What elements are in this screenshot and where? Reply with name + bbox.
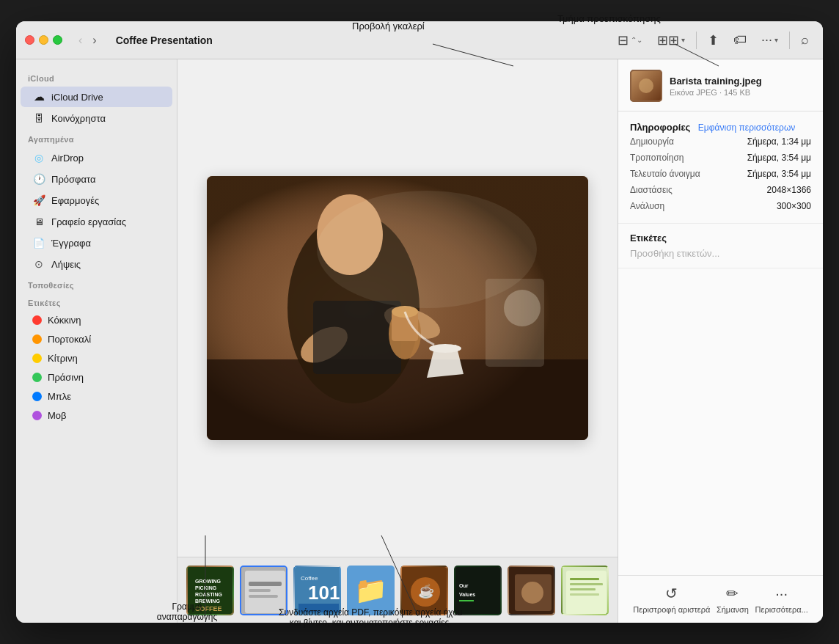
svg-rect-33 [455, 567, 502, 615]
airdrop-icon: ◎ [32, 151, 45, 164]
sidebar-item-recent[interactable]: 🕐 Πρόσφατα [21, 169, 172, 189]
svg-rect-44 [570, 588, 596, 590]
preview-panel-header: Barista training.jpeg Εικόνα JPEG · 145 … [618, 59, 823, 111]
tags-label: Ετικέτες [630, 233, 811, 244]
thumbnail-1[interactable]: GROWING PICKING ROASTING BREWING COFFEE [186, 566, 234, 615]
view-options-icon: ⊟ [618, 32, 629, 48]
preview-panel: Barista training.jpeg Εικόνα JPEG · 145 … [618, 59, 823, 623]
markup-button[interactable]: ✏ Σήμανση [717, 585, 749, 614]
sidebar-tags-header: Ετικέτες [16, 293, 177, 310]
tag-button[interactable]: 🏷 [728, 29, 752, 51]
forward-button[interactable]: › [88, 31, 100, 50]
thumbnail-3[interactable]: 101 Coffee [293, 566, 341, 615]
content-area: GROWING PICKING ROASTING BREWING COFFEE [177, 59, 618, 623]
info-row-opened: Τελευταίο άνοιγμα Σήμερα, 3:54 μμ [630, 166, 811, 182]
finder-window: ‹ › Coffee Presentation ⊟ ⌃⌄ ⊞⊞ ▾ ⬆ [16, 21, 823, 623]
sidebar-item-desktop[interactable]: 🖥 Γραφείο εργασίας [21, 211, 172, 232]
main-area: iCloud ☁ iCloud Drive 🗄 Κοινόχρηστα Αγαπ… [16, 59, 823, 623]
thumbnail-7[interactable] [508, 566, 555, 615]
toolbar-icons: ⊟ ⌃⌄ ⊞⊞ ▾ ⬆ 🏷 ··· ▾ [612, 29, 814, 52]
search-button[interactable]: ⌕ [796, 29, 814, 51]
back-button[interactable]: ‹ [74, 31, 87, 50]
close-button[interactable] [25, 35, 34, 45]
info-row-resolution: Ανάλυση 300×300 [630, 198, 811, 214]
svg-text:ROASTING: ROASTING [195, 592, 223, 597]
sidebar-tag-yellow[interactable]: Κίτρινη [21, 349, 172, 367]
thumbnail-2[interactable] [240, 566, 287, 615]
rotate-icon: ↺ [665, 585, 678, 602]
tag-dot-yellow [32, 354, 42, 363]
downloads-icon: ⊙ [32, 257, 45, 271]
rotate-button[interactable]: ↺ Περιστροφή αριστερά [633, 585, 710, 614]
search-icon: ⌕ [801, 32, 809, 48]
sidebar-favorites-header: Αγαπημένα [16, 129, 177, 147]
markup-icon: ✏ [726, 585, 739, 602]
preview-image[interactable] [207, 176, 588, 440]
svg-point-39 [521, 582, 543, 604]
sidebar-item-shared[interactable]: 🗄 Κοινόχρηστα [21, 108, 172, 128]
svg-text:Coffee: Coffee [301, 575, 318, 582]
thumbnail-6[interactable]: Our Values [454, 566, 502, 615]
thumbnail-8[interactable] [561, 566, 609, 615]
sidebar-label-recent: Πρόσφατα [51, 174, 95, 185]
svg-text:101: 101 [308, 582, 340, 604]
documents-icon: 📄 [32, 236, 45, 249]
view-options-button[interactable]: ⊟ ⌃⌄ [612, 29, 648, 52]
info-section: Πληροφορίες Εμφάνιση περισσότερων Δημιου… [618, 111, 823, 224]
sidebar-label-purple: Μοβ [48, 410, 67, 421]
sidebar-label-orange: Πορτοκαλί [48, 334, 91, 345]
tags-placeholder[interactable]: Προσθήκη ετικετών... [630, 248, 811, 259]
svg-rect-36 [459, 600, 474, 601]
fullscreen-button[interactable] [53, 35, 62, 45]
more-actions-label: Περισσότερα... [755, 605, 808, 614]
barista-svg [207, 176, 588, 440]
sidebar-tag-blue[interactable]: Μπλε [21, 387, 172, 406]
info-key-opened: Τελευταίο άνοιγμα [630, 169, 700, 179]
file-thumbnail [630, 70, 662, 102]
minimize-button[interactable] [39, 35, 48, 45]
more-actions-icon: ··· [775, 585, 788, 602]
barista-photo [207, 176, 588, 440]
sidebar-tag-red[interactable]: Κόκκινη [21, 311, 172, 329]
recent-icon: 🕐 [32, 172, 45, 186]
sidebar-label-blue: Μπλε [48, 391, 71, 402]
tag-dot-purple [32, 411, 42, 420]
sidebar-tag-green[interactable]: Πράσινη [21, 368, 172, 387]
info-key-resolution: Ανάλυση [630, 201, 664, 211]
thumbnail-4[interactable]: 📁 [347, 566, 395, 615]
svg-text:GROWING: GROWING [195, 579, 221, 584]
info-key-dimensions: Διαστάσεις [630, 185, 673, 195]
panel-actions: ↺ Περιστροφή αριστερά ✏ Σήμανση ··· Περι… [618, 575, 823, 623]
sidebar-item-airdrop[interactable]: ◎ AirDrop [21, 147, 172, 168]
tag-dot-orange [32, 334, 42, 344]
sidebar-tag-purple[interactable]: Μοβ [21, 406, 172, 425]
sidebar-item-apps[interactable]: 🚀 Εφαρμογές [21, 190, 172, 211]
tag-dot-red [32, 315, 42, 325]
sidebar-item-icloud-drive[interactable]: ☁ iCloud Drive [21, 87, 172, 107]
sidebar-tag-orange[interactable]: Πορτοκαλί [21, 330, 172, 348]
info-key-modified: Τροποποίηση [630, 153, 684, 163]
svg-rect-45 [570, 593, 599, 596]
tag-dot-green [32, 373, 42, 382]
file-info: Barista training.jpeg Εικόνα JPEG · 145 … [670, 76, 811, 97]
sidebar-label-airdrop: AirDrop [51, 153, 84, 164]
sidebar-label-desktop: Γραφείο εργασίας [51, 216, 126, 227]
sidebar-item-documents[interactable]: 📄 Έγγραφα [21, 233, 172, 253]
tag-dot-blue [32, 392, 42, 401]
share-button[interactable]: ⬆ [703, 29, 724, 52]
svg-text:☕: ☕ [418, 583, 435, 599]
sidebar: iCloud ☁ iCloud Drive 🗄 Κοινόχρηστα Αγαπ… [16, 59, 177, 623]
more-icon: ··· [761, 32, 772, 48]
svg-point-14 [317, 191, 537, 308]
more-button[interactable]: ··· ▾ [756, 29, 783, 51]
traffic-lights [25, 35, 62, 45]
sidebar-label-red: Κόκκινη [48, 315, 81, 326]
show-more-link[interactable]: Εμφάνιση περισσότερων [698, 122, 795, 133]
thumbnail-5[interactable]: ☕ [400, 566, 448, 615]
sidebar-item-downloads[interactable]: ⊙ Λήψεις [21, 254, 172, 274]
gallery-view-button[interactable]: ⊞⊞ ▾ [652, 29, 690, 52]
more-actions-button[interactable]: ··· Περισσότερα... [755, 585, 808, 614]
svg-text:PICKING: PICKING [195, 585, 217, 590]
svg-rect-41 [566, 571, 607, 615]
folder-icon: 📁 [348, 567, 393, 614]
